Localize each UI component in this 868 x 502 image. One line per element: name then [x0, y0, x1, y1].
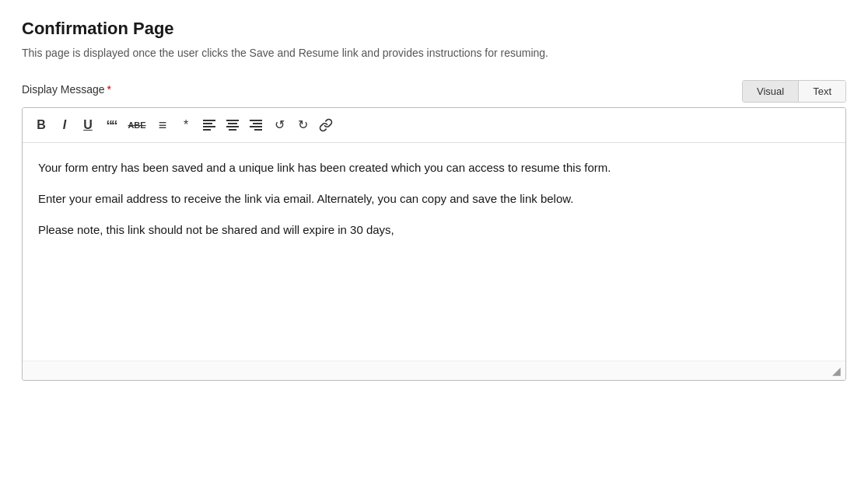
svg-rect-0: [203, 120, 215, 121]
visual-tab[interactable]: Visual: [743, 81, 799, 102]
page-description: This page is displayed once the user cli…: [22, 45, 784, 61]
svg-rect-3: [203, 129, 211, 131]
bold-button[interactable]: B: [30, 114, 52, 136]
link-button[interactable]: [315, 114, 337, 136]
display-message-field: Display Message* Visual Text B I U ““ AB…: [22, 80, 846, 381]
svg-rect-2: [203, 126, 215, 127]
svg-rect-4: [226, 120, 239, 121]
unordered-list-button[interactable]: ≡: [152, 114, 173, 136]
text-tab[interactable]: Text: [799, 81, 845, 102]
strikethrough-button[interactable]: ABE: [124, 114, 150, 136]
resize-icon: ◢: [832, 364, 841, 377]
blockquote-button[interactable]: ““: [100, 114, 122, 136]
svg-rect-7: [229, 129, 236, 131]
underline-button[interactable]: U: [77, 114, 99, 136]
undo-button[interactable]: ↺: [268, 114, 290, 136]
editor-paragraph-2: Enter your email address to receive the …: [38, 190, 830, 208]
redo-button[interactable]: ↻: [292, 114, 313, 136]
svg-rect-11: [254, 129, 262, 131]
page-title: Confirmation Page: [22, 19, 846, 39]
svg-rect-6: [226, 126, 239, 127]
svg-rect-8: [250, 120, 262, 121]
editor-paragraph-1: Your form entry has been saved and a uni…: [38, 159, 830, 177]
svg-rect-1: [203, 123, 212, 124]
align-left-button[interactable]: [198, 114, 220, 136]
editor-paragraph-3: Please note, this link should not be sha…: [38, 221, 830, 239]
required-indicator: *: [107, 83, 111, 96]
editor-toolbar: B I U ““ ABE ≡ * ↺ ↻: [23, 108, 845, 143]
editor-footer: ◢: [23, 361, 845, 380]
align-center-button[interactable]: [222, 114, 243, 136]
field-label: Display Message*: [22, 80, 111, 96]
field-header: Display Message* Visual Text: [22, 80, 846, 103]
svg-rect-9: [253, 123, 262, 124]
svg-rect-10: [250, 126, 262, 127]
editor-wrapper: B I U ““ ABE ≡ * ↺ ↻: [22, 107, 846, 381]
editor-content[interactable]: Your form entry has been saved and a uni…: [23, 143, 845, 361]
align-right-button[interactable]: [245, 114, 267, 136]
view-toggle: Visual Text: [742, 80, 846, 103]
svg-rect-5: [228, 123, 237, 124]
italic-button[interactable]: I: [54, 114, 75, 136]
ordered-list-button[interactable]: *: [175, 114, 197, 136]
